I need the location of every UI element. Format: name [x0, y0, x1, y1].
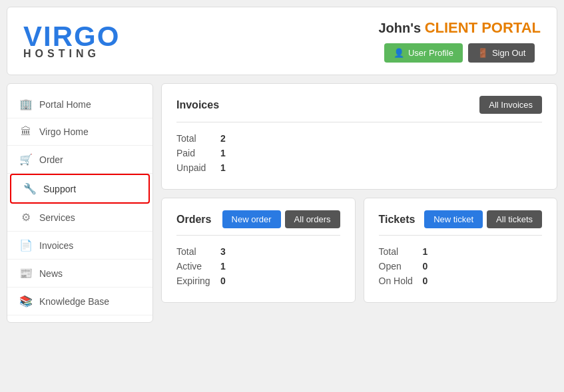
invoices-total-label: Total [176, 133, 216, 144]
portal-greeting: John's [378, 21, 421, 35]
orders-buttons: New order All orders [222, 210, 340, 228]
tickets-open-row: Open 0 [379, 261, 543, 272]
header-right: John's CLIENT PORTAL 👤 User Profile 🚪 Si… [378, 19, 541, 63]
tickets-total-row: Total 1 [379, 246, 543, 257]
sidebar-item-order[interactable]: 🛒 Order [7, 146, 152, 174]
sign-out-button[interactable]: 🚪 Sign Out [468, 43, 535, 63]
invoices-paid-label: Paid [176, 148, 216, 158]
sidebar-label-support: Support [43, 184, 76, 194]
user-profile-button[interactable]: 👤 User Profile [384, 43, 463, 63]
main-layout: 🏢 Portal Home 🏛 Virgo Home 🛒 Order 🔧 Sup… [7, 83, 557, 323]
tickets-total-value: 1 [423, 246, 428, 257]
orders-active-row: Active 1 [176, 261, 340, 272]
services-icon: ⚙ [19, 211, 33, 224]
invoices-divider [176, 122, 542, 122]
invoices-card: Invoices All Invoices Total 2 Paid 1 Unp… [161, 83, 557, 190]
orders-active-label: Active [176, 261, 216, 272]
invoices-nav-icon: 📄 [19, 239, 33, 252]
virgo-home-icon: 🏛 [19, 126, 33, 138]
orders-card: Orders New order All orders Total 3 Acti… [161, 198, 356, 303]
invoices-paid-row: Paid 1 [176, 148, 542, 158]
invoices-paid-value: 1 [220, 148, 226, 158]
invoices-unpaid-label: Unpaid [176, 162, 216, 173]
invoices-unpaid-value: 1 [220, 162, 226, 173]
sidebar-label-news: News [39, 268, 63, 279]
sign-out-icon: 🚪 [477, 48, 488, 58]
invoices-total-row: Total 2 [176, 133, 542, 144]
orders-total-value: 3 [220, 246, 226, 257]
new-ticket-button[interactable]: New ticket [424, 210, 483, 228]
invoices-unpaid-row: Unpaid 1 [176, 162, 542, 173]
orders-expiring-row: Expiring 0 [176, 276, 340, 286]
invoices-card-header: Invoices All Invoices [176, 96, 542, 114]
order-icon: 🛒 [19, 153, 33, 166]
sidebar-item-knowledge-base[interactable]: 📚 Knowledge Base [7, 288, 152, 315]
tickets-total-label: Total [379, 246, 419, 257]
tickets-card-header: Tickets New ticket All tickets [379, 210, 543, 228]
sidebar-item-services[interactable]: ⚙ Services [7, 204, 152, 232]
portal-title: John's CLIENT PORTAL [378, 19, 541, 37]
knowledge-base-icon: 📚 [19, 295, 33, 307]
sidebar: 🏢 Portal Home 🏛 Virgo Home 🛒 Order 🔧 Sup… [7, 83, 153, 323]
orders-card-header: Orders New order All orders [176, 210, 340, 228]
orders-divider [176, 235, 340, 236]
news-icon: 📰 [19, 267, 33, 280]
orders-total-label: Total [176, 246, 216, 257]
orders-expiring-value: 0 [220, 276, 226, 286]
sign-out-label: Sign Out [492, 48, 526, 58]
sidebar-label-services: Services [39, 212, 75, 223]
tickets-divider [379, 235, 543, 236]
sidebar-label-order: Order [39, 154, 63, 165]
logo: VIRGO HOSTING [23, 23, 120, 60]
tickets-onhold-label: On Hold [379, 276, 419, 286]
new-order-button[interactable]: New order [222, 210, 281, 228]
header-buttons: 👤 User Profile 🚪 Sign Out [378, 43, 541, 63]
orders-expiring-label: Expiring [176, 276, 216, 286]
portal-home-icon: 🏢 [19, 98, 33, 110]
content-area: Invoices All Invoices Total 2 Paid 1 Unp… [161, 83, 557, 323]
logo-virgo: VIRGO [23, 23, 120, 51]
orders-title: Orders [176, 214, 211, 226]
header: VIRGO HOSTING John's CLIENT PORTAL 👤 Use… [7, 7, 557, 75]
tickets-open-value: 0 [423, 261, 428, 272]
sidebar-item-virgo-home[interactable]: 🏛 Virgo Home [7, 118, 152, 146]
tickets-open-label: Open [379, 261, 419, 272]
sidebar-label-invoices: Invoices [39, 240, 73, 251]
tickets-onhold-row: On Hold 0 [379, 276, 543, 286]
bottom-cards: Orders New order All orders Total 3 Acti… [161, 198, 557, 303]
user-profile-label: User Profile [408, 48, 453, 58]
portal-name: CLIENT PORTAL [425, 19, 541, 36]
orders-total-row: Total 3 [176, 246, 340, 257]
sidebar-item-support[interactable]: 🔧 Support [10, 174, 150, 204]
tickets-buttons: New ticket All tickets [424, 210, 542, 228]
all-tickets-button[interactable]: All tickets [487, 210, 542, 228]
all-invoices-button[interactable]: All Invoices [479, 96, 542, 114]
sidebar-item-invoices[interactable]: 📄 Invoices [7, 232, 152, 260]
sidebar-label-knowledge-base: Knowledge Base [39, 296, 109, 307]
invoices-title: Invoices [176, 99, 219, 111]
sidebar-item-portal-home[interactable]: 🏢 Portal Home [7, 91, 152, 118]
sidebar-label-virgo-home: Virgo Home [39, 126, 89, 137]
tickets-card: Tickets New ticket All tickets Total 1 O… [364, 198, 558, 303]
all-orders-button[interactable]: All orders [285, 210, 340, 228]
sidebar-label-portal-home: Portal Home [39, 99, 91, 110]
support-icon: 🔧 [23, 182, 37, 195]
orders-active-value: 1 [220, 261, 226, 272]
invoices-total-value: 2 [220, 133, 226, 144]
sidebar-item-news[interactable]: 📰 News [7, 260, 152, 288]
user-icon: 👤 [394, 48, 404, 58]
tickets-onhold-value: 0 [423, 276, 428, 286]
tickets-title: Tickets [379, 214, 416, 226]
